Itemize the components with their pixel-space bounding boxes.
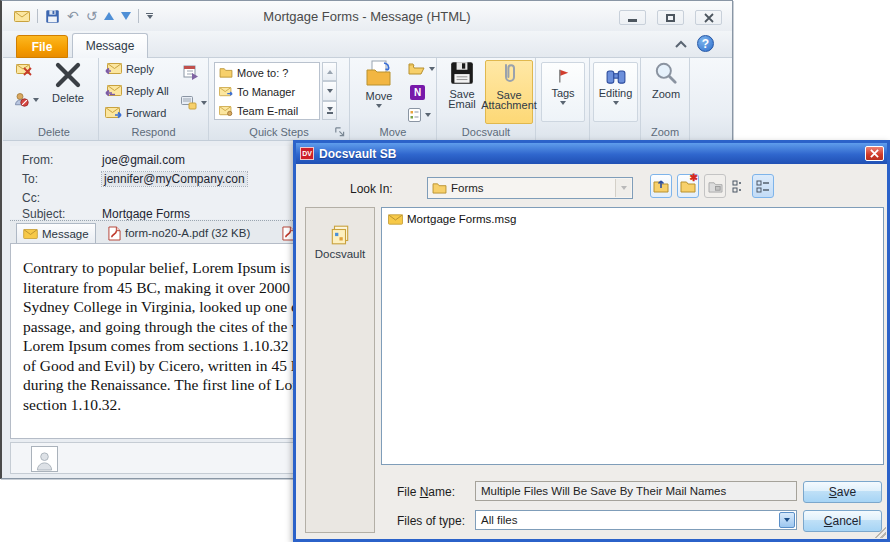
editing-button[interactable]: Editing bbox=[593, 62, 638, 122]
quick-access-toolbar: ↶ ↺ bbox=[14, 7, 153, 25]
file-list[interactable]: Mortgage Forms.msg bbox=[381, 207, 884, 465]
undo-icon[interactable]: ↶ bbox=[67, 9, 79, 23]
minimize-button[interactable] bbox=[619, 10, 646, 25]
attachment-name: form-no20-A.pdf (32 KB) bbox=[125, 227, 250, 239]
folder-options-button bbox=[704, 174, 726, 198]
save-icon[interactable] bbox=[45, 9, 60, 24]
dropdown-arrow-icon bbox=[613, 101, 619, 105]
meeting-icon bbox=[183, 64, 199, 80]
next-item-icon[interactable] bbox=[121, 12, 131, 20]
to-label: To: bbox=[22, 172, 38, 186]
look-in-value: Forms bbox=[451, 182, 484, 194]
group-label-quick-steps: Quick Steps bbox=[209, 126, 349, 138]
message-view-tab[interactable]: Message bbox=[16, 223, 96, 243]
gallery-scroll-up[interactable] bbox=[322, 62, 337, 81]
gallery-more-button[interactable] bbox=[322, 101, 337, 120]
gallery-scroll-down[interactable] bbox=[322, 81, 337, 100]
tab-file[interactable]: File bbox=[16, 35, 68, 58]
quick-step-label: To Manager bbox=[237, 86, 295, 98]
save-attachment-button[interactable]: Save Attachment bbox=[485, 60, 533, 124]
window-title: Mortgage Forms - Message (HTML) bbox=[152, 9, 582, 24]
group-label-docsvault: Docsvault bbox=[437, 126, 535, 138]
restore-button[interactable] bbox=[657, 10, 684, 25]
attachment-tab-pdf[interactable]: form-no20-A.pdf (32 KB) bbox=[102, 223, 256, 243]
meeting-button[interactable] bbox=[183, 64, 199, 80]
folder-icon bbox=[219, 67, 233, 78]
ribbon: Delete Delete Reply Reply All Forward bbox=[3, 58, 732, 141]
dialog-launcher-icon[interactable] bbox=[334, 126, 346, 138]
contact-photo[interactable] bbox=[31, 446, 58, 472]
quick-step-to-manager[interactable]: To Manager bbox=[215, 82, 319, 101]
zoom-button[interactable]: Zoom bbox=[645, 60, 687, 100]
new-folder-button[interactable]: ✱ bbox=[677, 174, 699, 198]
dialog-title: Docsvault SB bbox=[319, 147, 396, 161]
title-bar: ↶ ↺ Mortgage Forms - Message (HTML) bbox=[2, 1, 732, 31]
quick-step-team-email[interactable]: Team E-mail bbox=[215, 101, 319, 120]
close-button[interactable] bbox=[695, 10, 722, 25]
file-list-item[interactable]: Mortgage Forms.msg bbox=[388, 213, 516, 225]
ribbon-group-editing: Editing bbox=[590, 58, 641, 140]
files-of-type-label: Files of type: bbox=[397, 514, 465, 528]
look-in-label: Look In: bbox=[350, 182, 393, 196]
dropdown-arrow-icon bbox=[201, 101, 207, 105]
ignore-icon bbox=[16, 64, 32, 76]
files-of-type-dropdown-arrow[interactable] bbox=[779, 512, 795, 528]
up-one-level-button[interactable] bbox=[650, 174, 672, 198]
save-email-floppy-icon bbox=[449, 60, 475, 86]
ignore-button[interactable] bbox=[16, 64, 32, 76]
collapse-ribbon-icon[interactable] bbox=[674, 40, 688, 49]
forward-label: Forward bbox=[126, 107, 166, 119]
tags-button[interactable]: Tags bbox=[541, 62, 585, 122]
previous-item-icon[interactable] bbox=[104, 12, 114, 20]
tab-message[interactable]: Message bbox=[72, 33, 148, 58]
save-email-button[interactable]: Save Email bbox=[441, 60, 483, 124]
quick-step-label: Team E-mail bbox=[237, 105, 298, 117]
subject-value: Mortgage Forms bbox=[102, 207, 190, 221]
delete-button[interactable]: Delete bbox=[42, 60, 94, 104]
rules-button[interactable] bbox=[408, 62, 435, 75]
docsvault-dialog: DV Docsvault SB Look In: Forms ✱ bbox=[293, 140, 890, 542]
subject-label: Subject: bbox=[22, 207, 65, 221]
delete-button-label: Delete bbox=[52, 92, 84, 104]
forward-button[interactable]: Forward bbox=[105, 107, 166, 119]
look-in-combobox[interactable]: Forms bbox=[427, 177, 633, 199]
help-icon[interactable]: ? bbox=[697, 35, 714, 52]
ribbon-group-docsvault: Save Email Save Attachment Docsvault bbox=[437, 58, 536, 140]
move-button-label: Move bbox=[366, 90, 393, 102]
team-email-icon bbox=[219, 106, 233, 116]
toolbar-separator bbox=[138, 9, 139, 23]
actions-button[interactable] bbox=[408, 108, 431, 122]
editing-button-label: Editing bbox=[599, 87, 633, 99]
dialog-close-button[interactable] bbox=[865, 146, 884, 161]
junk-icon bbox=[14, 92, 29, 107]
ribbon-group-zoom: Zoom Zoom bbox=[641, 58, 690, 140]
dropdown-arrow-icon bbox=[33, 98, 39, 102]
files-of-type-combobox[interactable]: All files bbox=[475, 510, 797, 530]
flag-icon bbox=[555, 67, 572, 85]
ribbon-tab-row: File Message ? bbox=[3, 31, 732, 58]
list-view-button[interactable] bbox=[728, 174, 750, 198]
quick-step-label: Move to: ? bbox=[237, 67, 288, 79]
im-icon bbox=[181, 96, 197, 110]
details-view-button[interactable] bbox=[752, 174, 774, 198]
move-button[interactable]: Move bbox=[355, 60, 403, 108]
file-name-value: Multiple Files Will Be Save By Their Mai… bbox=[481, 485, 726, 497]
group-label-move: Move bbox=[350, 126, 436, 138]
sidebar-item-docsvault[interactable]: Docsvault bbox=[306, 224, 374, 260]
redo-icon[interactable]: ↺ bbox=[86, 9, 98, 23]
toolbar-separator bbox=[37, 9, 38, 23]
reply-all-button[interactable]: Reply All bbox=[105, 85, 169, 97]
reply-button[interactable]: Reply bbox=[105, 63, 154, 75]
magnifier-icon bbox=[653, 60, 679, 86]
message-tab-label: Message bbox=[42, 228, 89, 240]
reply-icon bbox=[105, 63, 122, 75]
to-value[interactable]: jennifer@myCompany.con bbox=[102, 172, 247, 186]
onenote-button[interactable]: N bbox=[410, 85, 425, 100]
cancel-button[interactable]: Cancel bbox=[803, 510, 882, 532]
junk-button[interactable] bbox=[14, 92, 39, 107]
save-button[interactable]: Save bbox=[803, 481, 882, 503]
more-respond-button[interactable] bbox=[181, 96, 207, 110]
dropdown-arrow-icon bbox=[376, 104, 382, 108]
quick-step-move-to[interactable]: Move to: ? bbox=[215, 63, 319, 82]
reply-all-label: Reply All bbox=[126, 85, 169, 97]
